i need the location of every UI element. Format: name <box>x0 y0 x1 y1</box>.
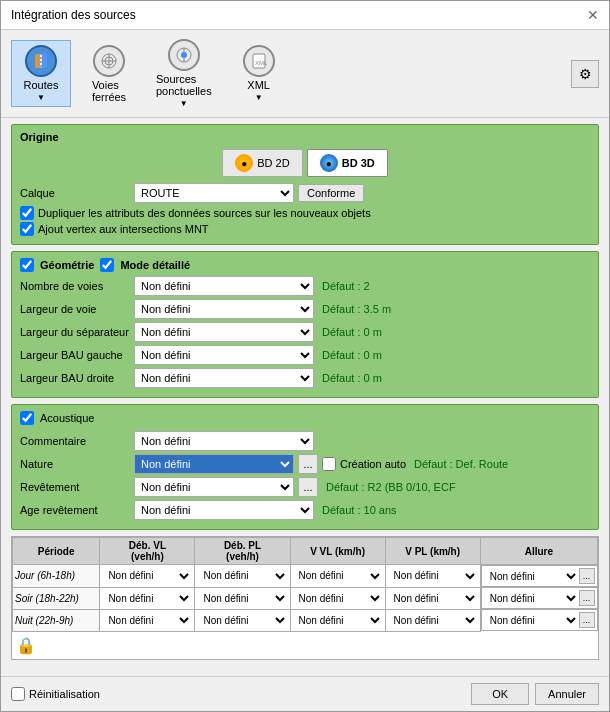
origine-section: Origine ● BD 2D ● BD 3D Calque ROUTE Con… <box>11 124 599 245</box>
nuit-allure-btn[interactable]: ... <box>579 612 595 628</box>
geo-row-4: Largeur BAU droite Non défini Défaut : 0… <box>20 368 590 388</box>
checkbox-mode-detaille[interactable] <box>100 258 114 272</box>
geo-label-0: Nombre de voies <box>20 280 130 292</box>
title-bar: Intégration des sources ✕ <box>1 1 609 30</box>
geo-select-4[interactable]: Non défini <box>134 368 314 388</box>
bd3d-icon: ● <box>320 154 338 172</box>
geo-select-0[interactable]: Non défini <box>134 276 314 296</box>
col-deb-pl: Déb. PL(veh/h) <box>195 538 290 565</box>
main-window: Intégration des sources ✕ Routes ▼ <box>0 0 610 712</box>
geo-default-1: Défaut : 3.5 m <box>322 303 391 315</box>
bottom-right: OK Annuler <box>471 683 599 705</box>
jour-v-vl-select[interactable]: Non défini <box>293 567 383 585</box>
voies-ferrees-label: Voiesferrées <box>92 79 126 103</box>
svg-text:XML: XML <box>255 60 268 66</box>
geo-label-1: Largeur de voie <box>20 303 130 315</box>
geometrie-title: Géométrie <box>40 259 94 271</box>
checkbox-geometrie[interactable] <box>20 258 34 272</box>
content-area: Origine ● BD 2D ● BD 3D Calque ROUTE Con… <box>1 118 609 676</box>
acoustique-select-2[interactable]: Non défini <box>134 477 294 497</box>
tab-bd2d[interactable]: ● BD 2D <box>222 149 302 177</box>
soir-deb-pl-select[interactable]: Non défini <box>197 589 287 607</box>
checkbox-dupliquer-label: Dupliquer les attributs des données sour… <box>38 207 371 219</box>
row-jour-deb-pl: Non défini <box>195 565 290 588</box>
nuit-v-pl-select[interactable]: Non défini <box>388 611 478 629</box>
gear-icon: ⚙ <box>579 66 592 82</box>
geo-label-3: Largeur BAU gauche <box>20 349 130 361</box>
jour-allure-btn[interactable]: ... <box>579 568 595 584</box>
acoustique-label-3: Age revêtement <box>20 504 130 516</box>
acoustique-row-2: Revêtement Non défini ... Défaut : R2 (B… <box>20 477 590 497</box>
acoustique-row-3: Age revêtement Non défini Défaut : 10 an… <box>20 500 590 520</box>
routes-label: Routes <box>24 79 59 91</box>
table-row-nuit: Nuit (22h-9h) Non défini Non défini Non … <box>13 609 598 631</box>
geo-default-4: Défaut : 0 m <box>322 372 382 384</box>
settings-button[interactable]: ⚙ <box>571 60 599 88</box>
acoustique-select-3[interactable]: Non défini <box>134 500 314 520</box>
ok-button[interactable]: OK <box>471 683 529 705</box>
checkbox-dupliquer[interactable] <box>20 206 34 220</box>
soir-v-pl-select[interactable]: Non défini <box>388 589 478 607</box>
geo-default-3: Défaut : 0 m <box>322 349 382 361</box>
checkbox-acoustique[interactable] <box>20 411 34 425</box>
calque-select[interactable]: ROUTE <box>134 183 294 203</box>
jour-deb-pl-select[interactable]: Non défini <box>197 567 287 585</box>
checkbox-dupliquer-row: Dupliquer les attributs des données sour… <box>20 206 590 220</box>
nuit-allure-select[interactable]: Non défini <box>484 611 579 629</box>
traffic-table-section: Période Déb. VL(veh/h) Déb. PL(veh/h) V … <box>11 536 599 660</box>
checkbox-vertex-label: Ajout vertex aux intersections MNT <box>38 223 209 235</box>
soir-v-vl-select[interactable]: Non défini <box>293 589 383 607</box>
jour-deb-vl-select[interactable]: Non défini <box>102 567 192 585</box>
window-title: Intégration des sources <box>11 8 136 22</box>
col-deb-vl: Déb. VL(veh/h) <box>100 538 195 565</box>
svg-point-9 <box>181 52 187 58</box>
geo-row-1: Largeur de voie Non défini Défaut : 3.5 … <box>20 299 590 319</box>
revetement-browse-button[interactable]: ... <box>298 477 318 497</box>
row-jour-label: Jour (6h-18h) <box>13 565 100 588</box>
acoustique-select-0[interactable]: Non défini <box>134 431 314 451</box>
col-allure: Allure <box>480 538 597 565</box>
toolbar-sources-ponctuelles[interactable]: Sourcesponctuelles ▼ <box>147 34 221 113</box>
routes-icon <box>25 45 57 77</box>
acoustique-select-1[interactable]: Non défini <box>134 454 294 474</box>
geo-select-2[interactable]: Non défini <box>134 322 314 342</box>
acoustique-label-0: Commentaire <box>20 435 130 447</box>
soir-allure-btn[interactable]: ... <box>579 590 595 606</box>
mode-detaille-label: Mode détaillé <box>120 259 190 271</box>
add-row-button[interactable]: 🔒 <box>16 636 36 655</box>
jour-allure-select[interactable]: Non défini <box>484 567 579 585</box>
nature-browse-button[interactable]: ... <box>298 454 318 474</box>
soir-allure-select[interactable]: Non défini <box>484 589 579 607</box>
toolbar-voies-ferrees[interactable]: Voiesferrées <box>79 40 139 108</box>
xml-chevron: ▼ <box>255 93 263 102</box>
col-periode: Période <box>13 538 100 565</box>
nuit-v-vl-select[interactable]: Non défini <box>293 611 383 629</box>
geo-row-2: Largeur du séparateur Non défini Défaut … <box>20 322 590 342</box>
revetement-default: Défaut : R2 (BB 0/10, ECF <box>326 481 456 493</box>
cancel-button[interactable]: Annuler <box>535 683 599 705</box>
soir-deb-vl-select[interactable]: Non défini <box>102 589 192 607</box>
nuit-deb-pl-select[interactable]: Non défini <box>197 611 287 629</box>
table-row-soir: Soir (18h-22h) Non défini Non défini Non… <box>13 587 598 609</box>
col-v-vl: V VL (km/h) <box>290 538 385 565</box>
nature-default: Défaut : Def. Route <box>414 458 508 470</box>
jour-v-pl-select[interactable]: Non défini <box>388 567 478 585</box>
close-button[interactable]: ✕ <box>587 7 599 23</box>
conforme-button[interactable]: Conforme <box>298 184 364 202</box>
sources-ponctuelles-label: Sourcesponctuelles <box>156 73 212 97</box>
table-row-jour: Jour (6h-18h) Non défini Non défini Non … <box>13 565 598 588</box>
geo-label-2: Largeur du séparateur <box>20 326 130 338</box>
bd2d-icon: ● <box>235 154 253 172</box>
checkbox-reinitialisation[interactable] <box>11 687 25 701</box>
toolbar-xml[interactable]: XML XML ▼ <box>229 40 289 107</box>
geo-select-1[interactable]: Non défini <box>134 299 314 319</box>
acoustique-title: Acoustique <box>40 412 94 424</box>
tab-bd3d[interactable]: ● BD 3D <box>307 149 388 177</box>
toolbar-routes[interactable]: Routes ▼ <box>11 40 71 107</box>
checkbox-creation-auto[interactable] <box>322 457 336 471</box>
row-soir-allure: Non défini ... <box>481 587 598 609</box>
acoustique-section: Acoustique Commentaire Non défini Nature… <box>11 404 599 530</box>
geo-select-3[interactable]: Non défini <box>134 345 314 365</box>
checkbox-vertex[interactable] <box>20 222 34 236</box>
nuit-deb-vl-select[interactable]: Non défini <box>102 611 192 629</box>
